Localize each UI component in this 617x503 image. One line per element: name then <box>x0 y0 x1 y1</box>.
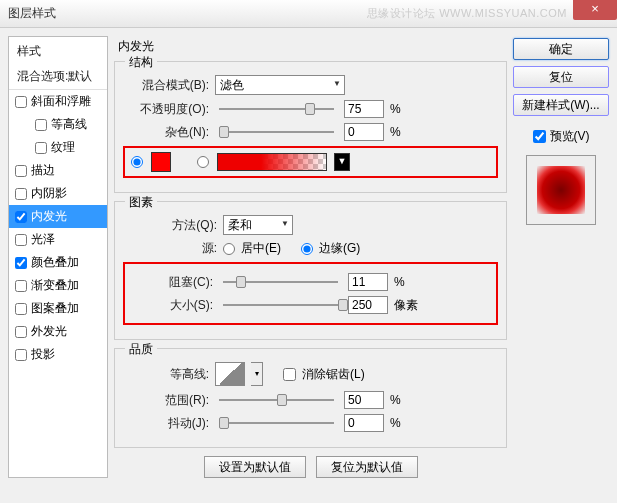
style-checkbox[interactable] <box>15 257 27 269</box>
gradient-picker[interactable] <box>217 153 327 171</box>
quality-group: 品质 等高线: ▾ 消除锯齿(L) 范围(R): % 抖动(J): % <box>114 348 507 448</box>
source-edge-label: 边缘(G) <box>319 240 360 257</box>
method-label: 方法(Q): <box>127 217 217 234</box>
style-label: 投影 <box>31 346 55 363</box>
opacity-slider[interactable] <box>219 108 334 110</box>
style-label: 颜色叠加 <box>31 254 79 271</box>
style-label: 斜面和浮雕 <box>31 93 91 110</box>
slider-thumb[interactable] <box>305 103 315 115</box>
close-button[interactable]: × <box>573 0 617 20</box>
style-checkbox[interactable] <box>15 211 27 223</box>
size-input[interactable] <box>348 296 388 314</box>
antialias-label: 消除锯齿(L) <box>302 366 365 383</box>
jitter-input[interactable] <box>344 414 384 432</box>
contour-label: 等高线: <box>127 366 209 383</box>
style-item-9[interactable]: 图案叠加 <box>9 297 107 320</box>
style-checkbox[interactable] <box>15 234 27 246</box>
contour-picker[interactable] <box>215 362 245 386</box>
size-slider[interactable] <box>223 304 338 306</box>
style-item-11[interactable]: 投影 <box>9 343 107 366</box>
elements-group: 图素 方法(Q): 柔和 源: 居中(E) 边缘(G) 阻塞(C): % <box>114 201 507 340</box>
preview-blob <box>537 166 585 214</box>
reset-button[interactable]: 复位 <box>513 66 609 88</box>
jitter-label: 抖动(J): <box>127 415 209 432</box>
style-item-1[interactable]: 等高线 <box>9 113 107 136</box>
main-area: 样式 混合选项:默认 斜面和浮雕等高线纹理描边内阴影内发光光泽颜色叠加渐变叠加图… <box>0 28 617 486</box>
quality-legend: 品质 <box>125 341 157 358</box>
style-label: 等高线 <box>51 116 87 133</box>
contour-dropdown[interactable]: ▾ <box>251 362 263 386</box>
choke-label: 阻塞(C): <box>131 274 213 291</box>
styles-sidebar: 样式 混合选项:默认 斜面和浮雕等高线纹理描边内阴影内发光光泽颜色叠加渐变叠加图… <box>8 36 108 478</box>
source-edge-radio[interactable] <box>301 243 313 255</box>
size-label: 大小(S): <box>131 297 213 314</box>
color-highlight-box: ▼ <box>123 146 498 178</box>
solid-color-radio[interactable] <box>131 156 143 168</box>
window-title: 图层样式 <box>8 5 56 22</box>
jitter-slider[interactable] <box>219 422 334 424</box>
style-label: 光泽 <box>31 231 55 248</box>
gradient-radio[interactable] <box>197 156 209 168</box>
right-panel: 确定 复位 新建样式(W)... 预览(V) <box>513 36 609 478</box>
blend-mode-select[interactable]: 滤色 <box>215 75 345 95</box>
style-label: 内阴影 <box>31 185 67 202</box>
slider-thumb[interactable] <box>219 417 229 429</box>
style-item-2[interactable]: 纹理 <box>9 136 107 159</box>
style-item-7[interactable]: 颜色叠加 <box>9 251 107 274</box>
method-select[interactable]: 柔和 <box>223 215 293 235</box>
preview-checkbox[interactable] <box>533 130 546 143</box>
style-checkbox[interactable] <box>35 119 47 131</box>
range-input[interactable] <box>344 391 384 409</box>
style-checkbox[interactable] <box>15 326 27 338</box>
slider-thumb[interactable] <box>219 126 229 138</box>
opacity-label: 不透明度(O): <box>127 101 209 118</box>
noise-input[interactable] <box>344 123 384 141</box>
unit-px: 像素 <box>394 297 418 314</box>
gradient-dropdown[interactable]: ▼ <box>334 153 350 171</box>
unit-percent: % <box>390 393 414 407</box>
source-center-label: 居中(E) <box>241 240 281 257</box>
style-item-4[interactable]: 内阴影 <box>9 182 107 205</box>
make-default-button[interactable]: 设置为默认值 <box>204 456 306 478</box>
style-label: 内发光 <box>31 208 67 225</box>
style-checkbox[interactable] <box>15 303 27 315</box>
elements-legend: 图素 <box>125 194 157 211</box>
new-style-button[interactable]: 新建样式(W)... <box>513 94 609 116</box>
color-swatch[interactable] <box>151 152 171 172</box>
style-item-8[interactable]: 渐变叠加 <box>9 274 107 297</box>
watermark: 思缘设计论坛 WWW.MISSYUAN.COM <box>367 6 567 21</box>
center-panel: 内发光 结构 混合模式(B): 滤色 不透明度(O): % 杂色(N): % <box>114 36 507 478</box>
source-center-radio[interactable] <box>223 243 235 255</box>
style-item-6[interactable]: 光泽 <box>9 228 107 251</box>
choke-slider[interactable] <box>223 281 338 283</box>
style-checkbox[interactable] <box>15 96 27 108</box>
style-item-10[interactable]: 外发光 <box>9 320 107 343</box>
sidebar-blend-default[interactable]: 混合选项:默认 <box>9 64 107 90</box>
opacity-input[interactable] <box>344 100 384 118</box>
bottom-buttons: 设置为默认值 复位为默认值 <box>114 456 507 478</box>
style-checkbox[interactable] <box>35 142 47 154</box>
style-checkbox[interactable] <box>15 349 27 361</box>
style-item-3[interactable]: 描边 <box>9 159 107 182</box>
style-item-5[interactable]: 内发光 <box>9 205 107 228</box>
slider-thumb[interactable] <box>236 276 246 288</box>
range-slider[interactable] <box>219 399 334 401</box>
titlebar: 图层样式 思缘设计论坛 WWW.MISSYUAN.COM × <box>0 0 617 28</box>
antialias-checkbox[interactable] <box>283 368 296 381</box>
choke-size-highlight: 阻塞(C): % 大小(S): 像素 <box>123 262 498 325</box>
style-label: 渐变叠加 <box>31 277 79 294</box>
style-label: 描边 <box>31 162 55 179</box>
style-checkbox[interactable] <box>15 165 27 177</box>
style-checkbox[interactable] <box>15 188 27 200</box>
noise-slider[interactable] <box>219 131 334 133</box>
slider-thumb[interactable] <box>277 394 287 406</box>
style-checkbox[interactable] <box>15 280 27 292</box>
style-item-0[interactable]: 斜面和浮雕 <box>9 90 107 113</box>
slider-thumb[interactable] <box>338 299 348 311</box>
ok-button[interactable]: 确定 <box>513 38 609 60</box>
structure-group: 结构 混合模式(B): 滤色 不透明度(O): % 杂色(N): % <box>114 61 507 193</box>
panel-title: 内发光 <box>114 36 507 57</box>
choke-input[interactable] <box>348 273 388 291</box>
unit-percent: % <box>390 102 414 116</box>
reset-default-button[interactable]: 复位为默认值 <box>316 456 418 478</box>
